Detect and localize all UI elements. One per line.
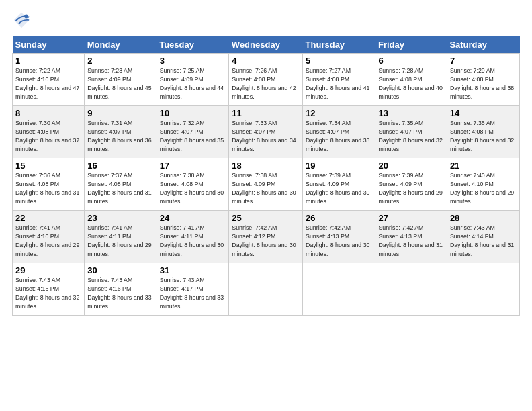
calendar-day-12: 12Sunrise: 7:34 AMSunset: 4:07 PMDayligh… [303, 106, 375, 158]
day-header-saturday: Saturday [447, 36, 519, 54]
calendar-day-8: 8Sunrise: 7:30 AMSunset: 4:08 PMDaylight… [13, 106, 85, 158]
calendar-day-4: 4Sunrise: 7:26 AMSunset: 4:08 PMDaylight… [229, 54, 303, 106]
day-number: 30 [87, 265, 153, 275]
empty-cell [375, 263, 447, 316]
day-info: Sunrise: 7:43 AMSunset: 4:17 PMDaylight:… [160, 277, 224, 310]
calendar-day-10: 10Sunrise: 7:32 AMSunset: 4:07 PMDayligh… [157, 106, 229, 158]
day-info: Sunrise: 7:43 AMSunset: 4:15 PMDaylight:… [15, 277, 79, 310]
day-number: 6 [378, 56, 443, 66]
empty-cell [447, 263, 519, 316]
calendar-day-27: 27Sunrise: 7:42 AMSunset: 4:13 PMDayligh… [375, 211, 447, 263]
day-number: 5 [306, 56, 372, 66]
day-info: Sunrise: 7:22 AMSunset: 4:10 PMDaylight:… [15, 67, 79, 100]
day-number: 1 [15, 56, 81, 66]
calendar-day-29: 29Sunrise: 7:43 AMSunset: 4:15 PMDayligh… [13, 263, 85, 316]
day-info: Sunrise: 7:41 AMSunset: 4:10 PMDaylight:… [15, 224, 79, 257]
svg-point-2 [24, 15, 28, 19]
calendar-day-5: 5Sunrise: 7:27 AMSunset: 4:08 PMDaylight… [303, 54, 375, 106]
day-number: 19 [306, 161, 372, 171]
day-info: Sunrise: 7:28 AMSunset: 4:08 PMDaylight:… [378, 67, 442, 100]
calendar-header-row: SundayMondayTuesdayWednesdayThursdayFrid… [13, 36, 520, 54]
calendar-day-28: 28Sunrise: 7:43 AMSunset: 4:14 PMDayligh… [447, 211, 519, 263]
day-info: Sunrise: 7:43 AMSunset: 4:16 PMDaylight:… [87, 277, 151, 310]
calendar-day-6: 6Sunrise: 7:28 AMSunset: 4:08 PMDaylight… [375, 54, 447, 106]
page: SundayMondayTuesdayWednesdayThursdayFrid… [0, 0, 532, 411]
calendar-day-30: 30Sunrise: 7:43 AMSunset: 4:16 PMDayligh… [85, 263, 157, 316]
day-number: 3 [160, 56, 226, 66]
day-number: 20 [378, 161, 443, 171]
calendar-day-9: 9Sunrise: 7:31 AMSunset: 4:07 PMDaylight… [85, 106, 157, 158]
calendar-day-17: 17Sunrise: 7:38 AMSunset: 4:08 PMDayligh… [157, 158, 229, 211]
calendar-day-25: 25Sunrise: 7:42 AMSunset: 4:12 PMDayligh… [229, 211, 303, 263]
day-header-wednesday: Wednesday [229, 36, 303, 54]
day-number: 14 [450, 108, 517, 118]
day-number: 24 [160, 213, 226, 223]
calendar-day-14: 14Sunrise: 7:35 AMSunset: 4:08 PMDayligh… [447, 106, 519, 158]
day-number: 27 [378, 213, 443, 223]
calendar-day-24: 24Sunrise: 7:41 AMSunset: 4:11 PMDayligh… [157, 211, 229, 263]
day-number: 16 [87, 161, 153, 171]
day-info: Sunrise: 7:27 AMSunset: 4:08 PMDaylight:… [306, 67, 369, 100]
day-number: 26 [306, 213, 372, 223]
day-number: 29 [15, 265, 81, 275]
day-info: Sunrise: 7:25 AMSunset: 4:09 PMDaylight:… [160, 67, 224, 100]
calendar-week-4: 22Sunrise: 7:41 AMSunset: 4:10 PMDayligh… [13, 211, 520, 263]
calendar-week-1: 1Sunrise: 7:22 AMSunset: 4:10 PMDaylight… [13, 54, 520, 106]
day-number: 2 [87, 56, 153, 66]
day-info: Sunrise: 7:42 AMSunset: 4:13 PMDaylight:… [378, 224, 442, 257]
day-number: 17 [160, 161, 226, 171]
day-info: Sunrise: 7:30 AMSunset: 4:08 PMDaylight:… [15, 120, 79, 152]
day-info: Sunrise: 7:39 AMSunset: 4:09 PMDaylight:… [306, 172, 369, 205]
calendar-day-15: 15Sunrise: 7:36 AMSunset: 4:08 PMDayligh… [13, 158, 85, 211]
day-number: 28 [450, 213, 517, 223]
calendar-day-1: 1Sunrise: 7:22 AMSunset: 4:10 PMDaylight… [13, 54, 85, 106]
calendar-day-2: 2Sunrise: 7:23 AMSunset: 4:09 PMDaylight… [85, 54, 157, 106]
logo-icon [12, 11, 31, 30]
calendar-day-13: 13Sunrise: 7:35 AMSunset: 4:07 PMDayligh… [375, 106, 447, 158]
calendar-day-21: 21Sunrise: 7:40 AMSunset: 4:10 PMDayligh… [447, 158, 519, 211]
calendar-day-18: 18Sunrise: 7:38 AMSunset: 4:09 PMDayligh… [229, 158, 303, 211]
day-info: Sunrise: 7:37 AMSunset: 4:08 PMDaylight:… [87, 172, 151, 205]
empty-cell [229, 263, 303, 316]
calendar-table: SundayMondayTuesdayWednesdayThursdayFrid… [12, 36, 520, 316]
calendar-week-3: 15Sunrise: 7:36 AMSunset: 4:08 PMDayligh… [13, 158, 520, 211]
calendar-day-31: 31Sunrise: 7:43 AMSunset: 4:17 PMDayligh… [157, 263, 229, 316]
day-number: 7 [450, 56, 517, 66]
day-info: Sunrise: 7:32 AMSunset: 4:07 PMDaylight:… [160, 120, 224, 152]
calendar-week-2: 8Sunrise: 7:30 AMSunset: 4:08 PMDaylight… [13, 106, 520, 158]
day-header-sunday: Sunday [13, 36, 85, 54]
day-number: 23 [87, 213, 153, 223]
day-number: 11 [232, 108, 300, 118]
day-number: 18 [232, 161, 300, 171]
day-info: Sunrise: 7:42 AMSunset: 4:13 PMDaylight:… [306, 224, 369, 257]
day-number: 31 [160, 265, 226, 275]
calendar-day-11: 11Sunrise: 7:33 AMSunset: 4:07 PMDayligh… [229, 106, 303, 158]
day-info: Sunrise: 7:36 AMSunset: 4:08 PMDaylight:… [15, 172, 79, 205]
calendar-day-19: 19Sunrise: 7:39 AMSunset: 4:09 PMDayligh… [303, 158, 375, 211]
calendar-day-20: 20Sunrise: 7:39 AMSunset: 4:09 PMDayligh… [375, 158, 447, 211]
day-number: 22 [15, 213, 81, 223]
logo [12, 11, 34, 30]
empty-cell [303, 263, 375, 316]
day-info: Sunrise: 7:23 AMSunset: 4:09 PMDaylight:… [87, 67, 151, 100]
day-info: Sunrise: 7:34 AMSunset: 4:07 PMDaylight:… [306, 120, 369, 152]
day-number: 4 [232, 56, 300, 66]
day-number: 13 [378, 108, 443, 118]
day-number: 12 [306, 108, 372, 118]
day-info: Sunrise: 7:38 AMSunset: 4:09 PMDaylight:… [232, 172, 296, 205]
calendar-day-26: 26Sunrise: 7:42 AMSunset: 4:13 PMDayligh… [303, 211, 375, 263]
day-info: Sunrise: 7:43 AMSunset: 4:14 PMDaylight:… [450, 224, 514, 257]
day-info: Sunrise: 7:41 AMSunset: 4:11 PMDaylight:… [160, 224, 224, 257]
day-info: Sunrise: 7:26 AMSunset: 4:08 PMDaylight:… [232, 67, 296, 100]
day-info: Sunrise: 7:33 AMSunset: 4:07 PMDaylight:… [232, 120, 296, 152]
calendar-day-23: 23Sunrise: 7:41 AMSunset: 4:11 PMDayligh… [85, 211, 157, 263]
header [12, 11, 520, 30]
day-info: Sunrise: 7:42 AMSunset: 4:12 PMDaylight:… [232, 224, 296, 257]
day-header-thursday: Thursday [303, 36, 375, 54]
day-info: Sunrise: 7:31 AMSunset: 4:07 PMDaylight:… [87, 120, 151, 152]
calendar-day-22: 22Sunrise: 7:41 AMSunset: 4:10 PMDayligh… [13, 211, 85, 263]
day-info: Sunrise: 7:35 AMSunset: 4:08 PMDaylight:… [450, 120, 514, 152]
day-number: 15 [15, 161, 81, 171]
day-header-tuesday: Tuesday [157, 36, 229, 54]
calendar-day-7: 7Sunrise: 7:29 AMSunset: 4:08 PMDaylight… [447, 54, 519, 106]
